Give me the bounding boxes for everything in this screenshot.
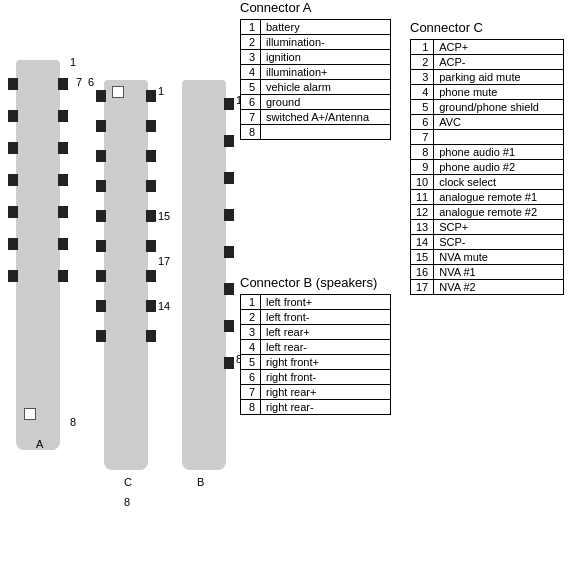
table-row: 8: [241, 125, 391, 140]
pin-number: 5: [241, 355, 261, 370]
table-row: 4illumination+: [241, 65, 391, 80]
pin-number: 6: [241, 370, 261, 385]
pin-label: vehicle alarm: [261, 80, 391, 95]
pin-label: NVA #1: [434, 265, 564, 280]
pin-a-5l: [8, 206, 18, 218]
pin-number: 6: [411, 115, 434, 130]
pin-label: [434, 130, 564, 145]
pin-b-3r: [224, 172, 234, 184]
pin-number: 3: [241, 325, 261, 340]
pin-label: left front-: [261, 310, 391, 325]
pin-label: right rear-: [261, 400, 391, 415]
pin-c-right-3: [146, 150, 156, 162]
pin-number: 3: [241, 50, 261, 65]
table-row: 6right front-: [241, 370, 391, 385]
pin-b-7r: [224, 320, 234, 332]
table-row: 17NVA #2: [411, 280, 564, 295]
pin-label: ACP-: [434, 55, 564, 70]
pin-b-1r: [224, 98, 234, 110]
table-row: 4phone mute: [411, 85, 564, 100]
pin-c-right-7: [146, 270, 156, 282]
pin-number: 5: [241, 80, 261, 95]
pin-label: left front+: [261, 295, 391, 310]
pin-number: 7: [241, 110, 261, 125]
pin-number: 4: [411, 85, 434, 100]
pin-label: ground: [261, 95, 391, 110]
pin-a-4l: [8, 174, 18, 186]
pin-b-2r: [224, 135, 234, 147]
pin-a-1l: [8, 78, 18, 90]
pin-label: right rear+: [261, 385, 391, 400]
pin-a-5r: [58, 206, 68, 218]
pin-number: 8: [411, 145, 434, 160]
table-row: 7: [411, 130, 564, 145]
pin-number: 7: [241, 385, 261, 400]
table-row: 5vehicle alarm: [241, 80, 391, 95]
label-c-top7: 7: [76, 76, 82, 88]
table-row: 3ignition: [241, 50, 391, 65]
pin-number: 1: [241, 295, 261, 310]
pin-number: 8: [241, 125, 261, 140]
table-row: 2left front-: [241, 310, 391, 325]
pin-number: 4: [241, 65, 261, 80]
pin-label: phone audio #1: [434, 145, 564, 160]
pin-a-2l: [8, 110, 18, 122]
pin-c-left-5: [96, 210, 106, 222]
pin-a-3r: [58, 142, 68, 154]
table-row: 14SCP-: [411, 235, 564, 250]
pin-label: analogue remote #1: [434, 190, 564, 205]
label-c-pin14: 14: [158, 300, 170, 312]
table-row: 6AVC: [411, 115, 564, 130]
pin-b-5r: [224, 246, 234, 258]
pin-c-left-3: [96, 150, 106, 162]
pin-label: clock select: [434, 175, 564, 190]
pin-a-1r: [58, 78, 68, 90]
label-a-bottom8: 8: [70, 416, 76, 428]
connector-c-diagram: 7 6 1 15 17 14 C 8: [96, 80, 156, 470]
connector-c-title: Connector C: [410, 20, 564, 35]
pin-c-left-7: [96, 270, 106, 282]
connector-a-diagram: 1 8 A: [8, 60, 68, 450]
table-row: 10clock select: [411, 175, 564, 190]
label-c-bottom8: 8: [124, 496, 130, 508]
pin-c-left-6: [96, 240, 106, 252]
pin-c-right-4: [146, 180, 156, 192]
pin-number: 2: [241, 35, 261, 50]
pin-b-4r: [224, 209, 234, 221]
pin-label: phone audio #2: [434, 160, 564, 175]
pin-label: left rear+: [261, 325, 391, 340]
pin-label: ACP+: [434, 40, 564, 55]
pin-label: right front+: [261, 355, 391, 370]
pin-label: illumination-: [261, 35, 391, 50]
connector-b-table: 1left front+2left front-3left rear+4left…: [240, 294, 391, 415]
pin-c-left-8: [96, 300, 106, 312]
pin-number: 5: [411, 100, 434, 115]
pin-c-right-5: [146, 210, 156, 222]
pin-a-6r: [58, 238, 68, 250]
pin-number: 16: [411, 265, 434, 280]
table-row: 1ACP+: [411, 40, 564, 55]
table-row: 7right rear+: [241, 385, 391, 400]
pin-a-7r: [58, 270, 68, 282]
pin-number: 4: [241, 340, 261, 355]
label-a-top1: 1: [70, 56, 76, 68]
pin-c-right-6: [146, 240, 156, 252]
label-c-pin17: 17: [158, 255, 170, 267]
table-row: 11analogue remote #1: [411, 190, 564, 205]
pin-a-3l: [8, 142, 18, 154]
connector-a-table: 1battery2illumination-3ignition4illumina…: [240, 19, 391, 140]
connector-b-diagram: 1 8 B: [182, 80, 237, 470]
pin-c-sq: [112, 86, 124, 98]
label-b-letter: B: [197, 476, 204, 488]
pin-number: 2: [411, 55, 434, 70]
label-c-top6: 6: [88, 76, 94, 88]
connector-c-table: 1ACP+2ACP-3parking aid mute4phone mute5g…: [410, 39, 564, 295]
pin-c-left-4: [96, 180, 106, 192]
pin-label: right front-: [261, 370, 391, 385]
table-row: 15NVA mute: [411, 250, 564, 265]
connector-a-housing: [16, 60, 60, 450]
connector-a-section: Connector A 1battery2illumination-3ignit…: [240, 0, 391, 140]
pin-c-right-1: [146, 90, 156, 102]
pin-a-8: [24, 408, 36, 420]
pin-c-left-2: [96, 120, 106, 132]
